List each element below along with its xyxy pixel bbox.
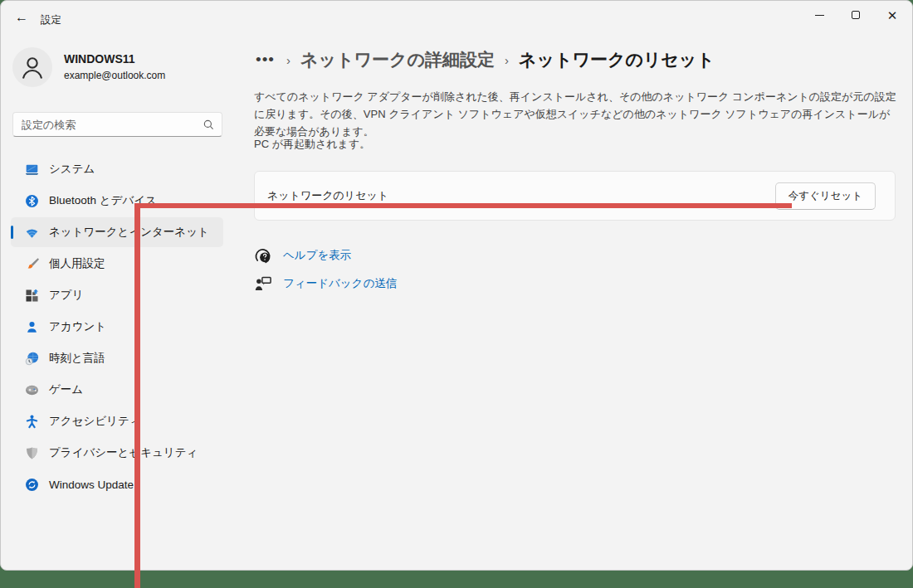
breadcrumb-overflow-button[interactable]: ••• bbox=[254, 51, 276, 68]
sidebar-item-label: アプリ bbox=[49, 288, 83, 303]
sidebar-item-label: ゲーム bbox=[49, 382, 83, 397]
maximize-icon bbox=[852, 11, 860, 19]
sidebar-item-label: Windows Update bbox=[49, 479, 134, 491]
apps-icon bbox=[25, 289, 39, 303]
sidebar-item-time-language[interactable]: 時刻と言語 bbox=[11, 343, 223, 373]
sidebar-item-apps[interactable]: アプリ bbox=[11, 280, 223, 310]
sidebar-item-gaming[interactable]: ゲーム bbox=[11, 375, 223, 405]
help-icon bbox=[254, 246, 272, 265]
privacy-icon bbox=[25, 446, 39, 460]
back-button[interactable]: ← bbox=[9, 5, 34, 30]
settings-search-box[interactable] bbox=[12, 112, 222, 137]
search-icon bbox=[203, 119, 215, 131]
network-reset-card: ネットワークのリセット 今すぐリセット bbox=[254, 171, 896, 221]
annotation-red-vertical-line bbox=[134, 203, 140, 588]
accessibility-icon bbox=[25, 415, 39, 429]
sidebar-item-network[interactable]: ネットワークとインターネット bbox=[11, 217, 223, 247]
chevron-right-icon: › bbox=[505, 53, 509, 67]
sidebar-item-accounts[interactable]: アカウント bbox=[11, 312, 223, 342]
network-icon bbox=[25, 226, 39, 240]
link-label: ヘルプを表示 bbox=[283, 248, 351, 263]
sidebar-item-privacy[interactable]: プライバシーとセキュリティ bbox=[11, 438, 223, 468]
sidebar-item-label: アカウント bbox=[49, 319, 106, 334]
close-button[interactable]: ✕ bbox=[874, 1, 911, 29]
sidebar-item-label: アクセシビリティ bbox=[49, 414, 141, 429]
restart-note: PC が再起動されます。 bbox=[254, 137, 370, 152]
bluetooth-icon bbox=[25, 194, 39, 208]
sidebar-item-label: ネットワークとインターネット bbox=[49, 225, 209, 240]
sidebar-item-label: システム bbox=[49, 162, 95, 177]
window-title: 設定 bbox=[41, 13, 61, 27]
sidebar-item-bluetooth[interactable]: Bluetooth とデバイス bbox=[11, 186, 223, 216]
feedback-icon bbox=[254, 275, 272, 293]
window-controls: ✕ bbox=[801, 1, 911, 29]
sidebar-item-label: プライバシーとセキュリティ bbox=[49, 445, 198, 460]
time-language-icon bbox=[25, 352, 39, 366]
sidebar-item-accessibility[interactable]: アクセシビリティ bbox=[11, 406, 223, 436]
sidebar-item-label: 個人用設定 bbox=[49, 256, 105, 271]
sidebar-item-personalization[interactable]: 個人用設定 bbox=[11, 249, 223, 279]
minimize-icon bbox=[815, 15, 824, 16]
system-icon bbox=[25, 163, 39, 177]
close-icon: ✕ bbox=[887, 9, 898, 22]
help-links: ヘルプを表示 フィードバックの送信 bbox=[254, 245, 397, 294]
link-label: フィードバックの送信 bbox=[283, 276, 397, 291]
link-feedback[interactable]: フィードバックの送信 bbox=[254, 274, 397, 294]
gaming-icon bbox=[25, 383, 39, 397]
accounts-icon bbox=[25, 320, 39, 334]
annotation-red-horizontal-line bbox=[134, 203, 792, 208]
minimize-button[interactable] bbox=[801, 1, 837, 29]
user-name: WINDOWS11 bbox=[64, 52, 135, 66]
search-input[interactable] bbox=[22, 119, 203, 131]
sidebar-item-system[interactable]: システム bbox=[11, 154, 223, 184]
sidebar-item-windows-update[interactable]: Windows Update bbox=[11, 469, 223, 499]
windows-update-icon bbox=[25, 478, 39, 492]
page-description: すべてのネットワーク アダプターが削除された後、再インストールされ、その他のネッ… bbox=[254, 88, 896, 140]
page-title: ネットワークのリセット bbox=[519, 48, 715, 71]
person-avatar-icon bbox=[18, 53, 46, 81]
avatar bbox=[12, 47, 52, 87]
reset-card-label: ネットワークのリセット bbox=[267, 188, 775, 203]
breadcrumb: ••• › ネットワークの詳細設定 › ネットワークのリセット bbox=[254, 46, 715, 73]
breadcrumb-item-advanced-network[interactable]: ネットワークの詳細設定 bbox=[300, 48, 495, 71]
title-bar[interactable]: ← 設定 ✕ bbox=[1, 1, 912, 34]
desktop-background: { "window": { "title": "設定", "controls":… bbox=[0, 0, 913, 588]
user-email: example@outlook.com bbox=[64, 70, 165, 81]
sidebar-item-label: 時刻と言語 bbox=[49, 351, 105, 366]
personalization-icon bbox=[25, 257, 39, 271]
link-help[interactable]: ヘルプを表示 bbox=[254, 245, 397, 265]
maximize-button[interactable] bbox=[837, 1, 874, 29]
chevron-right-icon: › bbox=[286, 53, 290, 67]
selected-accent-bar bbox=[11, 226, 13, 239]
